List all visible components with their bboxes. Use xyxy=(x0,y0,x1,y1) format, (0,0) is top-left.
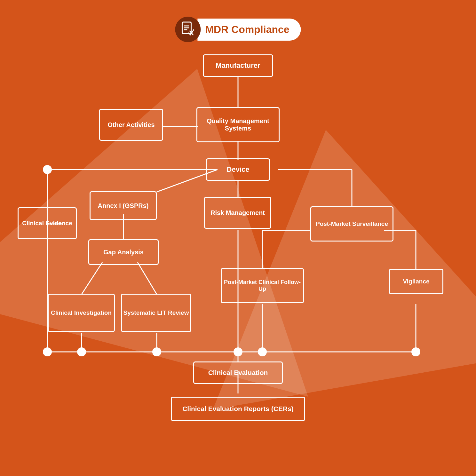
svg-point-19 xyxy=(43,347,52,356)
clinical-evidence-box: Clinical Evidence xyxy=(18,207,77,239)
post-market-clinical-box: Post-Market Clinical Follow-Up xyxy=(221,268,304,303)
quality-management-box: Quality Management Systems xyxy=(196,107,280,142)
post-market-surveillance-box: Post-Market Surveillance xyxy=(310,206,393,242)
systematic-lit-box: Systematic LIT Review xyxy=(121,294,191,332)
annex-i-box: Annex I (GSPRs) xyxy=(90,191,157,220)
clinical-evaluation-reports-box: Clinical Evaluation Reports (CERs) xyxy=(171,397,305,421)
clinical-evaluation-box: Clinical Evaluation xyxy=(193,361,283,384)
vigilance-box: Vigilance xyxy=(389,269,443,294)
header-title-box: MDR Compliance xyxy=(197,19,301,41)
gap-analysis-box: Gap Analysis xyxy=(88,239,159,265)
header-section: MDR Compliance xyxy=(175,17,301,42)
manufacturer-box: Manufacturer xyxy=(203,54,273,77)
other-activities-box: Other Activities xyxy=(99,109,163,141)
clinical-investigation-box: Clinical Investigation xyxy=(48,294,115,332)
device-box: Device xyxy=(206,158,270,181)
header-title: MDR Compliance xyxy=(205,24,289,35)
mdr-icon xyxy=(175,17,201,42)
risk-management-box: Risk Management xyxy=(204,197,271,229)
svg-point-20 xyxy=(77,347,86,356)
